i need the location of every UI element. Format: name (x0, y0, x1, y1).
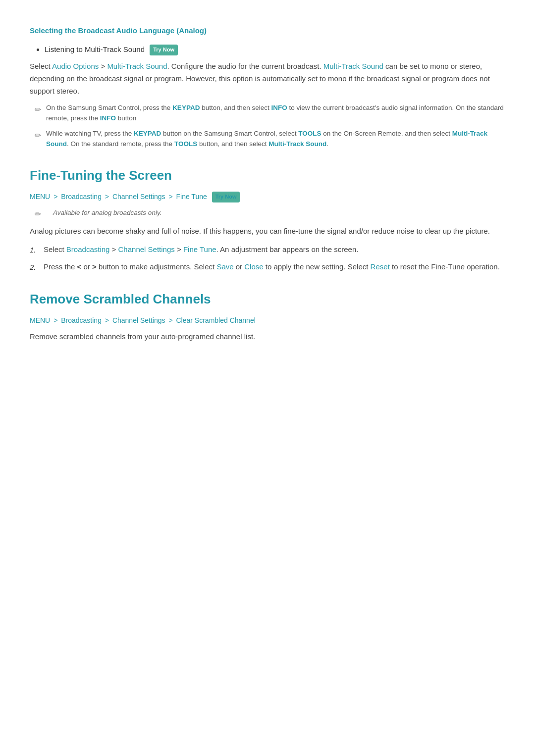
bullet-item-multi-track: Listening to Multi-Track Sound Try Now (45, 44, 505, 55)
step-num-1: 1. (30, 244, 44, 256)
link-audio-options[interactable]: Audio Options (52, 62, 99, 70)
available-note-text: Available for analog broadcasts only. (53, 207, 161, 218)
menu-path-fine-tune: MENU > Broadcasting > Channel Settings >… (30, 191, 505, 202)
step-2: 2. Press the < or > button to make adjus… (30, 261, 505, 273)
body-text-fine-tuning: Analog pictures can become shaky and ful… (30, 225, 505, 238)
link-keypad-2: KEYPAD (134, 130, 161, 137)
section-header-fine-tuning: Fine-Tuning the Screen (30, 165, 505, 186)
pencil-icon-2: ✏ (35, 129, 41, 142)
link-multi-track-sound-2[interactable]: Multi-Track Sound (323, 62, 383, 70)
link-broadcasting-scrambled[interactable]: Broadcasting (61, 316, 102, 324)
arrow-6: > (168, 316, 174, 324)
pencil-icon-3: ✏ (35, 208, 41, 221)
try-now-badge-1[interactable]: Try Now (150, 45, 178, 55)
bullet-list: Listening to Multi-Track Sound Try Now (30, 44, 505, 55)
link-fine-tune-step1[interactable]: Fine Tune (183, 245, 216, 253)
link-info-2: INFO (100, 114, 116, 122)
steps-list: 1. Select Broadcasting > Channel Setting… (30, 244, 505, 273)
link-clear-scrambled[interactable]: Clear Scrambled Channel (176, 316, 256, 324)
link-close[interactable]: Close (244, 262, 263, 271)
link-menu-scrambled[interactable]: MENU (30, 316, 50, 324)
menu-path-scrambled: MENU > Broadcasting > Channel Settings >… (30, 315, 505, 326)
section-header-broadcast-audio: Selecting the Broadcast Audio Language (… (30, 25, 505, 37)
arrow-3: > (168, 193, 174, 201)
body-text-scrambled: Remove scrambled channels from your auto… (30, 331, 505, 343)
link-fine-tune[interactable]: Fine Tune (176, 193, 207, 201)
link-tools-1: TOOLS (298, 130, 321, 137)
note-2: ✏ While watching TV, press the KEYPAD bu… (35, 129, 505, 150)
link-channel-settings-scrambled[interactable]: Channel Settings (112, 316, 165, 324)
link-channel-settings-step1[interactable]: Channel Settings (118, 245, 175, 253)
pencil-icon-1: ✏ (35, 103, 41, 116)
section-broadcast-audio: Selecting the Broadcast Audio Language (… (30, 25, 505, 150)
link-channel-settings-fine-tune[interactable]: Channel Settings (112, 193, 165, 201)
link-tools-2: TOOLS (174, 140, 197, 148)
link-broadcasting-fine-tune[interactable]: Broadcasting (61, 193, 102, 201)
link-multi-track-sound-1[interactable]: Multi-Track Sound (107, 62, 167, 70)
symbol-arrows-right: > (92, 262, 97, 271)
link-reset[interactable]: Reset (371, 262, 390, 271)
link-save[interactable]: Save (216, 262, 233, 271)
step-text-1: Select Broadcasting > Channel Settings >… (44, 244, 358, 256)
section-fine-tuning: Fine-Tuning the Screen MENU > Broadcasti… (30, 165, 505, 273)
step-1: 1. Select Broadcasting > Channel Setting… (30, 244, 505, 256)
link-menu-fine-tune[interactable]: MENU (30, 193, 50, 201)
link-info-1: INFO (271, 104, 287, 111)
symbol-arrows: < (77, 262, 82, 271)
note-1: ✏ On the Samsung Smart Control, press th… (35, 103, 505, 124)
arrow-5: > (105, 316, 111, 324)
body-text-multi-track: Select Audio Options > Multi-Track Sound… (30, 60, 505, 97)
section-header-remove-scrambled: Remove Scrambled Channels (30, 289, 505, 310)
step-num-2: 2. (30, 261, 44, 273)
link-keypad-1: KEYPAD (172, 104, 200, 111)
note-text-1: On the Samsung Smart Control, press the … (46, 103, 505, 124)
arrow-2: > (105, 193, 111, 201)
arrow-1: > (54, 193, 59, 201)
step-text-2: Press the < or > button to make adjustme… (44, 261, 500, 273)
try-now-badge-2[interactable]: Try Now (212, 192, 240, 202)
link-broadcasting-step1[interactable]: Broadcasting (66, 245, 110, 253)
link-multi-track-3: Multi-Track Sound (46, 130, 487, 148)
bullet-item-title: Listening to Multi-Track Sound Try Now (45, 45, 178, 53)
section-remove-scrambled: Remove Scrambled Channels MENU > Broadca… (30, 289, 505, 343)
link-multi-track-4: Multi-Track Sound (268, 140, 326, 148)
note-text-2: While watching TV, press the KEYPAD butt… (46, 129, 505, 150)
arrow-4: > (54, 316, 59, 324)
available-note-block: ✏ Available for analog broadcasts only. (35, 207, 505, 221)
notes-section: ✏ On the Samsung Smart Control, press th… (30, 103, 505, 150)
